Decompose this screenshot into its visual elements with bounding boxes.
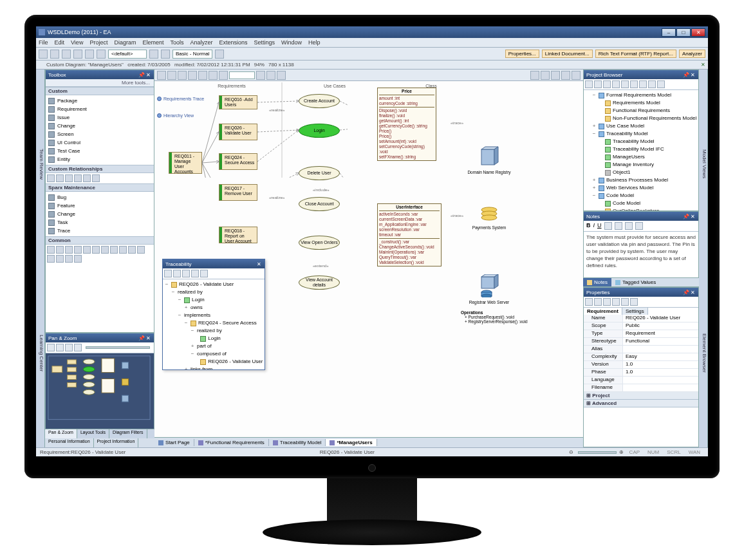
usecase-close-account[interactable]: Close Account (299, 197, 340, 211)
pb-node[interactable]: Functional Requirements (585, 107, 697, 115)
trace-node[interactable]: Login (164, 335, 263, 342)
common-icon[interactable] (65, 246, 73, 254)
menu-element[interactable]: Element (142, 39, 163, 46)
toolbox-item-ui-control[interactable]: UI Control (47, 138, 153, 147)
tab-personal-info[interactable]: Personal Information (45, 438, 94, 447)
req-026[interactable]: REQ026 - Validate User (219, 124, 257, 140)
common-icon[interactable] (74, 246, 82, 254)
close-button[interactable]: ✕ (691, 28, 705, 37)
property-row[interactable]: NameREQ026 - Validate User (584, 315, 698, 322)
info-button[interactable] (685, 62, 692, 68)
common-icon[interactable] (128, 246, 136, 254)
property-row[interactable]: ScopePublic (584, 322, 698, 330)
zoom-slider[interactable] (86, 346, 150, 349)
menu-diagram[interactable]: Diagram (114, 39, 136, 46)
req-018[interactable]: REQ018 - Report on User Account (219, 227, 257, 243)
pb-node[interactable]: Non-Functional Requirements Model (585, 115, 697, 122)
pb-tool[interactable] (648, 80, 656, 88)
pb-node[interactable]: −Formal Requirements Model (585, 91, 697, 99)
canvas-tool[interactable] (209, 71, 218, 80)
trace-tool[interactable] (173, 270, 181, 277)
underline-button[interactable]: U (597, 222, 602, 230)
pb-node[interactable]: Traceability Model IFC (585, 145, 697, 153)
basic-combo[interactable]: Basic - Normal (172, 50, 212, 59)
common-icon[interactable] (47, 255, 55, 263)
zoom-out-icon[interactable]: ⊖ (569, 449, 575, 455)
toolbar-button[interactable] (97, 50, 106, 59)
rel-icon[interactable] (47, 174, 55, 182)
pb-node[interactable]: −OurOnlineBookstore (585, 207, 697, 210)
rel-icon[interactable] (83, 174, 91, 182)
property-row[interactable]: Alias (584, 346, 698, 353)
pin-icon[interactable]: 📌 (683, 214, 689, 219)
notes-tool[interactable] (635, 222, 643, 230)
pb-node[interactable]: ManageUsers (585, 153, 697, 161)
canvas-tool[interactable] (157, 71, 166, 80)
property-row[interactable]: Filename (584, 384, 698, 392)
italic-button[interactable]: I (593, 222, 595, 230)
notes-text[interactable]: The system must provide for secure acces… (584, 232, 698, 277)
common-icon[interactable] (47, 246, 55, 254)
pb-node[interactable]: Object1 (585, 169, 697, 176)
tab-functional-requirements[interactable]: *Functional Requirements (194, 439, 269, 446)
canvas-tool[interactable] (277, 71, 286, 80)
notes-tool[interactable] (615, 222, 622, 230)
property-row[interactable]: Phase1.0 (584, 369, 698, 377)
menu-file[interactable]: File (39, 39, 48, 46)
pb-node[interactable]: +Web Services Model (585, 184, 697, 192)
notes-tool[interactable] (625, 222, 633, 230)
section-custom-relationships[interactable]: Custom Relationships (46, 165, 154, 173)
notes-tool[interactable] (604, 222, 612, 230)
pb-tool[interactable] (603, 80, 611, 88)
trace-tool[interactable] (200, 270, 208, 277)
canvas-tool[interactable] (551, 71, 560, 80)
pb-tool[interactable] (594, 80, 602, 88)
usecase-view-open-orders[interactable]: View Open Orders (299, 236, 340, 250)
prop-tool[interactable] (630, 298, 638, 306)
usecase-view-account-details[interactable]: View Account details (299, 275, 340, 290)
close-icon[interactable]: ✕ (145, 335, 151, 341)
node-web-server[interactable] (478, 274, 501, 297)
toolbox-item-task[interactable]: Task (47, 218, 153, 227)
menu-project[interactable]: Project (89, 39, 107, 46)
canvas-tool[interactable] (256, 71, 265, 80)
info-button[interactable] (693, 62, 700, 68)
close-icon[interactable]: ✕ (689, 72, 696, 78)
section-common[interactable]: Common (46, 236, 154, 245)
canvas-tool[interactable] (167, 71, 176, 80)
link-requirements-trace[interactable]: Requirements Trace (157, 97, 204, 101)
canvas-tool[interactable] (572, 71, 581, 80)
common-icon[interactable] (74, 255, 82, 263)
pb-node[interactable]: −Code Model (585, 192, 697, 200)
tab-layout-tools[interactable]: Layout Tools (77, 429, 109, 438)
pb-tool[interactable] (639, 80, 647, 88)
zoom-in-icon[interactable] (47, 344, 55, 351)
req-017[interactable]: REQ017 -Remove User (219, 184, 257, 201)
toolbar-button[interactable] (215, 50, 224, 59)
tab-requirement[interactable]: Requirement (584, 308, 622, 315)
rel-icon[interactable] (74, 174, 82, 182)
trace-node[interactable]: +part of (164, 342, 263, 350)
bold-button[interactable]: B (586, 222, 591, 230)
pin-icon[interactable]: 📌 (138, 335, 145, 341)
canvas-tool[interactable] (219, 71, 228, 80)
pb-node[interactable]: Manage Inventory (585, 161, 697, 169)
property-row[interactable]: ComplexityEasy (584, 353, 698, 361)
close-icon[interactable]: ✕ (145, 72, 151, 78)
common-icon[interactable] (101, 246, 109, 254)
pb-tool[interactable] (630, 80, 638, 88)
pb-node[interactable]: −Traceability Model (585, 130, 697, 138)
trace-node[interactable]: −implements (164, 312, 263, 319)
node-domain-registry[interactable] (478, 145, 501, 169)
toolbar-button[interactable] (62, 50, 71, 59)
trace-node[interactable]: +links from (164, 366, 263, 369)
menu-analyzer[interactable]: Analyzer (190, 39, 212, 46)
property-row[interactable]: TypeRequirement (584, 330, 698, 338)
tab-start-page[interactable]: Start Page (154, 439, 194, 446)
menu-help[interactable]: Help (308, 39, 321, 46)
maximize-button[interactable]: □ (676, 28, 691, 37)
trace-node[interactable]: −composed of (164, 350, 263, 358)
section-maintenance[interactable]: Sparx Maintenance (46, 183, 154, 192)
tab-manage-users[interactable]: *ManageUsers (326, 439, 377, 446)
pin-icon[interactable]: 📌 (683, 72, 689, 78)
